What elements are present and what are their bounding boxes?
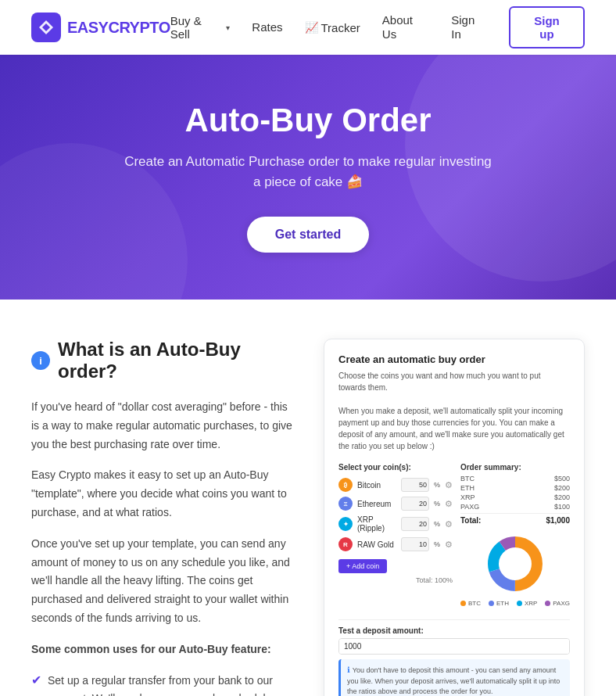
- raw-pct-input[interactable]: [401, 537, 429, 551]
- raw-icon: R: [338, 537, 353, 551]
- summary-row-xrp: XRP $200: [460, 493, 570, 501]
- checkmark-icon-1: ✔: [31, 673, 41, 687]
- legend-eth: ETH: [489, 600, 509, 607]
- hero-title: Auto-Buy Order: [185, 102, 432, 139]
- hero-subtitle: Create an Automatic Purchase order to ma…: [120, 152, 496, 192]
- coin-selection: Select your coin(s): ₿ Bitcoin % ⚙ Ξ Eth…: [338, 463, 453, 584]
- logo-icon: [31, 13, 61, 42]
- add-coin-button[interactable]: + Add coin: [338, 559, 387, 573]
- order-summary: Order summary: BTC $500 ETH $200 XRP $20…: [460, 463, 570, 525]
- logo-easy: EASY: [67, 19, 108, 36]
- paragraph-2: Easy Crypto makes it easy to set up an A…: [31, 466, 292, 522]
- nav-sign-in[interactable]: Sign In: [451, 13, 475, 41]
- nav-links: Buy & Sell ▾ Rates 📈 Tracker About Us Si…: [170, 6, 585, 48]
- logo[interactable]: EASYCRYPTO: [31, 13, 170, 42]
- deposit-label: Test a deposit amount:: [338, 626, 570, 635]
- svg-point-5: [500, 548, 531, 579]
- legend-xrp: XRP: [517, 600, 537, 607]
- section-title: i What is an Auto-Buy order?: [31, 339, 292, 382]
- legend-paxg: PAXG: [545, 600, 570, 607]
- eth-icon: Ξ: [338, 497, 353, 511]
- btc-icon: ₿: [338, 478, 353, 492]
- card-title: Create an automatic buy order: [338, 353, 570, 365]
- nav-tracker[interactable]: 📈 Tracker: [305, 21, 360, 34]
- card-inner: Create an automatic buy order Choose the…: [324, 339, 584, 696]
- info-icon: i: [31, 351, 50, 370]
- nav-rates[interactable]: Rates: [252, 20, 282, 34]
- paragraph-3: Once you've set up your template, you ca…: [31, 535, 292, 628]
- summary-total: Total: $1,000: [460, 513, 570, 525]
- deposit-input[interactable]: [339, 639, 569, 654]
- card-columns: Select your coin(s): ₿ Bitcoin % ⚙ Ξ Eth…: [338, 463, 570, 613]
- main-content: i What is an Auto-Buy order? If you've h…: [0, 300, 616, 696]
- btc-pct-input[interactable]: [401, 478, 429, 492]
- note-info-icon: ℹ: [347, 666, 353, 674]
- chart-icon: 📈: [305, 21, 318, 34]
- xrp-pct-input[interactable]: [401, 517, 429, 531]
- hero-section: Auto-Buy Order Create an Automatic Purch…: [0, 55, 616, 300]
- order-summary-section: Order summary: BTC $500 ETH $200 XRP $20…: [460, 463, 570, 613]
- coin-select-label: Select your coin(s):: [338, 463, 453, 472]
- feature-item-1: ✔ Set up a regular transfer from your ba…: [31, 672, 292, 696]
- nav-buy-sell[interactable]: Buy & Sell ▾: [170, 14, 231, 41]
- card-desc: Choose the coins you want and how much y…: [338, 370, 570, 452]
- nav-about-us[interactable]: About Us: [382, 13, 413, 41]
- chevron-down-icon: ▾: [226, 23, 230, 32]
- navbar: EASYCRYPTO Buy & Sell ▾ Rates 📈 Tracker …: [0, 0, 616, 55]
- features-heading: Some common uses for our Auto-Buy featur…: [31, 640, 292, 659]
- deposit-note: ℹ You don't have to deposit this amount …: [338, 659, 570, 696]
- donut-chart: [460, 533, 570, 595]
- xrp-icon: ✦: [338, 517, 353, 531]
- donut-legend: BTC ETH XRP PAXG: [460, 600, 570, 607]
- logo-crypto: CRYPTO: [108, 19, 170, 36]
- xrp-settings-icon[interactable]: ⚙: [445, 519, 453, 529]
- paragraph-1: If you've heard of "dollar cost averagin…: [31, 398, 292, 454]
- legend-dot-btc: [460, 601, 466, 606]
- coin-row-eth: Ξ Ethereum % ⚙: [338, 497, 453, 511]
- left-column: i What is an Auto-Buy order? If you've h…: [31, 339, 292, 696]
- eth-pct-input[interactable]: [401, 497, 429, 511]
- feature-text-1: Set up a regular transfer from your bank…: [48, 672, 292, 696]
- summary-row-eth: ETH $200: [460, 484, 570, 492]
- signup-button[interactable]: Sign up: [509, 6, 585, 48]
- coin-row-btc: ₿ Bitcoin % ⚙: [338, 478, 453, 492]
- btc-settings-icon[interactable]: ⚙: [445, 480, 453, 490]
- summary-row-paxg: PAXG $100: [460, 503, 570, 511]
- raw-settings-icon[interactable]: ⚙: [445, 540, 453, 550]
- coin-row-xrp: ✦ XRP (Ripple) % ⚙: [338, 515, 453, 533]
- order-summary-title: Order summary:: [460, 463, 570, 472]
- coin-row-raw: R RAW Gold % ⚙: [338, 537, 453, 551]
- total-text: Total: 100%: [338, 576, 453, 584]
- legend-dot-paxg: [545, 601, 550, 606]
- get-started-button[interactable]: Get started: [247, 217, 369, 253]
- eth-settings-icon[interactable]: ⚙: [445, 499, 453, 509]
- legend-dot-xrp: [517, 601, 522, 606]
- deposit-section: Test a deposit amount: ℹ You don't have …: [338, 619, 570, 696]
- deposit-input-wrap: [338, 638, 570, 655]
- legend-btc: BTC: [460, 600, 481, 607]
- summary-row-btc: BTC $500: [460, 475, 570, 483]
- legend-dot-eth: [489, 601, 494, 606]
- auto-buy-card: Create an automatic buy order Choose the…: [324, 339, 585, 696]
